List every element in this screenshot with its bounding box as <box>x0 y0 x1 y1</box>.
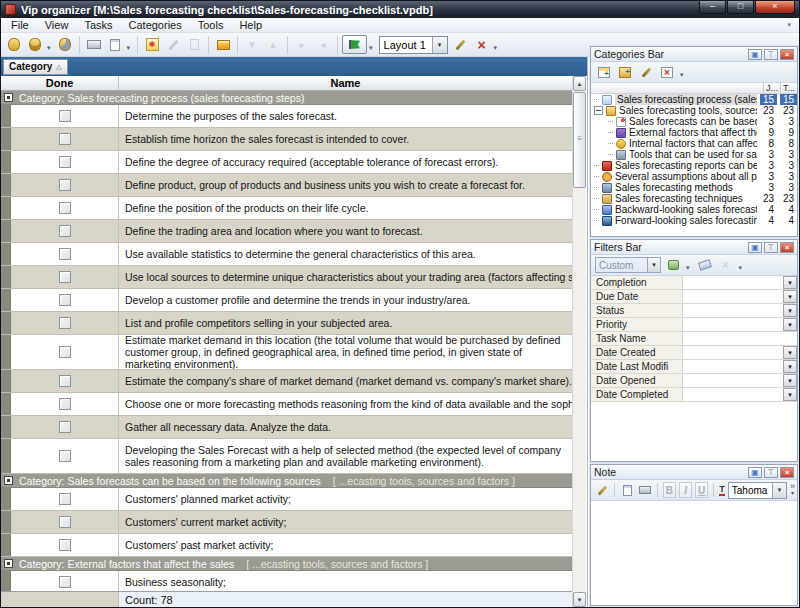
filter-value-input[interactable] <box>683 290 783 303</box>
filter-dropdown-icon[interactable]: ▾ <box>783 346 797 359</box>
task-row[interactable]: Estimate the company's share of market d… <box>1 370 572 393</box>
scroll-up-icon[interactable]: ▴ <box>573 76 586 91</box>
task-checkbox[interactable] <box>59 398 71 410</box>
task-row[interactable]: Define the position of the products on t… <box>1 197 572 220</box>
categories-col1-header[interactable]: J... <box>763 83 780 93</box>
vertical-scrollbar[interactable]: ▴ ≡ ▾ <box>572 76 586 607</box>
chevron-down-icon[interactable]: ▾ <box>126 38 134 52</box>
gift-icon[interactable] <box>213 35 233 55</box>
filter-dropdown-icon[interactable]: ▾ <box>783 374 797 387</box>
italic-button[interactable]: I <box>679 482 692 498</box>
filters-float-icon[interactable]: ▣ <box>748 242 762 253</box>
filter-value-input[interactable] <box>683 276 783 289</box>
task-checkbox[interactable] <box>59 317 71 329</box>
task-checkbox[interactable] <box>59 225 71 237</box>
notify-flag-icon[interactable] <box>342 35 367 54</box>
filter-value-input[interactable] <box>683 346 783 359</box>
minimize-button[interactable]: – <box>699 1 726 14</box>
task-row[interactable]: Estimate market demand in this location … <box>1 335 572 370</box>
menu-view[interactable]: View <box>37 18 77 32</box>
delete-category-icon[interactable] <box>658 64 676 81</box>
bold-button[interactable]: B <box>663 482 676 498</box>
category-tree-item[interactable]: Sales forecasts can be based on the foll… <box>591 116 797 127</box>
note-float-icon[interactable]: ▣ <box>748 467 762 478</box>
task-row[interactable]: Choose one or more forecasting methods r… <box>1 393 572 416</box>
task-checkbox[interactable] <box>59 450 71 462</box>
task-row[interactable]: Use local sources to determine unique ch… <box>1 266 572 289</box>
task-checkbox[interactable] <box>59 539 71 551</box>
categories-pin-icon[interactable]: ⊤ <box>764 49 778 60</box>
task-checkbox[interactable] <box>59 294 71 306</box>
task-row[interactable]: Business seasonality; <box>1 571 572 591</box>
menu-help[interactable]: Help <box>231 18 270 32</box>
task-row[interactable]: Define product, group of products and bu… <box>1 174 572 197</box>
collapse-icon[interactable] <box>4 93 13 102</box>
category-tree-item[interactable]: Sales forecasting reports can be compose… <box>591 160 797 171</box>
task-row[interactable]: Define the trading area and location whe… <box>1 220 572 243</box>
note-close-icon[interactable]: × <box>780 467 794 478</box>
category-group-row[interactable]: Category: Sales forecasting process (sal… <box>1 91 572 105</box>
note-pin-icon[interactable]: ⊤ <box>764 467 778 478</box>
filter-preset-combo[interactable]: Custom ▾ <box>595 257 661 273</box>
chevron-down-icon[interactable]: ▾ <box>432 37 447 53</box>
chevron-down-icon[interactable]: ▾ <box>679 65 687 79</box>
note-editor[interactable] <box>591 501 797 605</box>
task-checkbox[interactable] <box>59 202 71 214</box>
task-row[interactable]: Define the degree of accuracy required (… <box>1 151 572 174</box>
menu-categories[interactable]: Categories <box>121 18 190 32</box>
category-group-row[interactable]: Category: External factors that affect t… <box>1 557 572 571</box>
pen-icon[interactable] <box>595 482 609 499</box>
menu-file[interactable]: File <box>3 18 37 32</box>
filter-value-input[interactable] <box>683 360 783 373</box>
task-checkbox[interactable] <box>59 421 71 433</box>
clear-filter-icon[interactable] <box>696 257 714 274</box>
task-checkbox[interactable] <box>59 576 71 588</box>
task-checkbox[interactable] <box>59 110 71 122</box>
filter-dropdown-icon[interactable]: ▾ <box>783 388 797 401</box>
category-tree-item[interactable]: External factors that affect the sales99 <box>591 127 797 138</box>
category-tree-item[interactable]: Sales forecasting tools, sources and fac… <box>591 105 797 116</box>
database-new-icon[interactable] <box>4 35 24 55</box>
task-checkbox[interactable] <box>59 248 71 260</box>
task-row[interactable]: Establish time horizon the sales forecas… <box>1 128 572 151</box>
filter-dropdown-icon[interactable]: ▾ <box>783 276 797 289</box>
font-combo[interactable]: Tahoma ▾ <box>728 482 787 499</box>
database-save-icon[interactable] <box>55 35 75 55</box>
printer-icon[interactable] <box>638 482 652 499</box>
chevron-down-icon[interactable]: ▾ <box>647 258 660 272</box>
task-checkbox[interactable] <box>59 133 71 145</box>
filter-dropdown-icon[interactable]: ▾ <box>783 290 797 303</box>
category-tree-item[interactable]: Tools that can be used for sales forecas… <box>591 149 797 160</box>
task-checkbox[interactable] <box>59 179 71 191</box>
task-row[interactable]: Use available statistics to determine th… <box>1 243 572 266</box>
category-tree-item[interactable]: Several assumptions about all possible s… <box>591 171 797 182</box>
filter-value-input[interactable] <box>683 318 783 331</box>
chevron-down-icon[interactable]: ▾ <box>368 38 376 52</box>
column-header-name[interactable]: Name <box>119 76 572 90</box>
menu-tasks[interactable]: Tasks <box>76 18 120 32</box>
chevron-down-icon[interactable]: ▾ <box>738 258 746 272</box>
category-tree-item[interactable]: Backward-looking sales forecasting metri… <box>591 204 797 215</box>
categories-close-icon[interactable]: × <box>780 49 794 60</box>
chevron-down-icon[interactable]: ▾ <box>772 483 786 498</box>
print-preview-icon[interactable] <box>105 35 125 55</box>
filter-value-input[interactable] <box>683 304 783 317</box>
task-row[interactable]: Determine the purposes of the sales fore… <box>1 105 572 128</box>
task-checkbox[interactable] <box>59 346 71 358</box>
add-subcategory-icon[interactable] <box>616 64 634 81</box>
chevron-down-icon[interactable]: ▾ <box>685 258 693 272</box>
filter-value-input[interactable] <box>683 374 783 387</box>
filters-pin-icon[interactable]: ⊤ <box>764 242 778 253</box>
categories-float-icon[interactable]: ▣ <box>748 49 762 60</box>
title-bar[interactable]: Vip organizer [M:\Sales forecasting chec… <box>1 1 799 18</box>
new-task-icon[interactable] <box>142 35 162 55</box>
chevron-down-icon[interactable]: ▾ <box>493 38 501 52</box>
chevron-down-icon[interactable]: ▾ <box>46 38 54 52</box>
category-tree-item[interactable]: Sales forecasting techniques2323 <box>591 193 797 204</box>
scroll-down-icon[interactable]: ▾ <box>573 592 586 607</box>
column-header-done[interactable]: Done <box>1 76 119 90</box>
filter-dropdown-icon[interactable]: ▾ <box>783 318 797 331</box>
close-button[interactable]: × <box>755 1 795 14</box>
categories-col2-header[interactable]: T... <box>780 83 797 93</box>
apply-filter-icon[interactable] <box>664 257 682 274</box>
